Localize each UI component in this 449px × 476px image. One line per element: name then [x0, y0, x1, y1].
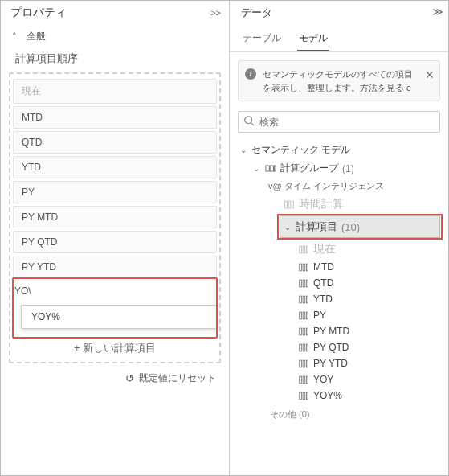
svg-rect-8	[299, 246, 301, 253]
reset-button[interactable]: 既定値にリセット	[139, 371, 216, 385]
column-icon	[283, 199, 295, 210]
reset-icon[interactable]: ↺	[125, 372, 134, 384]
svg-rect-4	[274, 166, 276, 171]
tree-leaf[interactable]: YTD	[238, 291, 445, 307]
item-icon	[297, 262, 309, 273]
chevron-down-icon: ⌄	[284, 223, 292, 232]
chevron-down-icon: ⌄	[252, 164, 260, 173]
tree-leaf[interactable]: YOY	[238, 371, 445, 388]
search-icon	[243, 115, 255, 129]
expand-icon[interactable]: >>	[210, 8, 221, 18]
svg-rect-5	[284, 201, 287, 208]
tree-leaf[interactable]: 現在	[238, 240, 445, 259]
svg-rect-34	[306, 376, 308, 384]
search-box[interactable]	[238, 111, 440, 133]
calc-items-order-box: 現在 MTD QTD YTD PY PY MTD PY QTD PY YTD Y…	[9, 72, 221, 363]
calc-item[interactable]: PY MTD	[13, 206, 217, 228]
calc-item[interactable]: 現在	[13, 79, 217, 104]
collapse-right-icon[interactable]: ≫	[432, 6, 443, 18]
svg-rect-17	[299, 296, 301, 303]
properties-pane: プロパティ >> ˄ 全般 計算項目順序 現在 MTD QTD YTD PY P…	[1, 1, 230, 475]
svg-rect-3	[270, 166, 273, 171]
calc-item[interactable]: PY	[13, 181, 217, 203]
svg-rect-25	[306, 328, 308, 335]
svg-rect-33	[303, 376, 305, 384]
item-icon	[297, 294, 309, 305]
chevron-down-icon: ⌄	[239, 146, 247, 154]
svg-rect-14	[299, 280, 301, 287]
item-icon	[297, 244, 309, 255]
item-icon	[297, 278, 309, 289]
add-calc-item-button[interactable]: + 新しい計算項目	[13, 335, 217, 359]
svg-rect-18	[303, 296, 305, 303]
tree-leaf[interactable]: PY MTD	[238, 323, 445, 339]
svg-rect-10	[306, 246, 308, 253]
svg-rect-20	[299, 312, 301, 319]
svg-rect-36	[303, 392, 305, 400]
svg-rect-6	[288, 201, 291, 208]
tree-root[interactable]: ⌄ セマンティック モデル	[238, 141, 445, 159]
svg-rect-29	[299, 360, 301, 367]
calc-item[interactable]: PY QTD	[13, 231, 217, 253]
svg-rect-21	[303, 312, 305, 319]
svg-rect-23	[299, 328, 301, 335]
svg-rect-16	[306, 280, 308, 287]
svg-rect-11	[299, 264, 301, 271]
svg-point-0	[245, 117, 252, 124]
svg-rect-26	[299, 344, 301, 351]
svg-rect-32	[299, 376, 301, 384]
tree-leaf[interactable]: PY	[238, 307, 445, 323]
notice: i セマンティックモデルのすべての項目を表示し、整理します。方法を見る c ✕	[238, 60, 440, 101]
tabs: テーブル モデル	[230, 25, 448, 52]
tree-v-at[interactable]: v@ タイム インテリジェンス	[238, 178, 445, 195]
svg-rect-2	[265, 166, 268, 171]
data-pane: データ テーブル モデル i セマンティックモデルのすべての項目を表示し、整理し…	[230, 1, 448, 475]
svg-rect-13	[306, 264, 308, 271]
calc-item[interactable]: YTD	[13, 156, 217, 178]
tree-others[interactable]: その他 (0)	[238, 404, 445, 424]
section-general[interactable]: ˄ 全般	[1, 25, 229, 48]
calc-item[interactable]: QTD	[13, 131, 217, 154]
tree-leaf[interactable]: QTD	[238, 275, 445, 291]
group-icon	[264, 163, 276, 174]
tree-calc-items-header[interactable]: ⌄ 計算項目 (10)	[280, 215, 440, 238]
calc-item[interactable]: MTD	[13, 106, 217, 129]
svg-rect-24	[303, 328, 305, 335]
tree-leaf[interactable]: PY YTD	[238, 355, 445, 371]
calc-item[interactable]: PY YTD	[13, 256, 217, 278]
tree-leaf[interactable]: MTD	[238, 259, 445, 275]
svg-rect-12	[303, 264, 305, 271]
svg-rect-7	[292, 201, 293, 208]
model-tree: ⌄ セマンティック モデル ⌄ 計算グループ (1) v@ タイム インテリジェ…	[230, 139, 448, 430]
close-icon[interactable]: ✕	[425, 67, 435, 84]
calc-item-yoy-popup[interactable]: YOY%	[21, 305, 217, 329]
svg-rect-27	[303, 344, 305, 351]
search-input[interactable]	[259, 117, 435, 128]
subsection-title: 計算項目順序	[1, 48, 229, 69]
chevron-up-icon: ˄	[9, 31, 20, 42]
item-icon	[297, 310, 309, 321]
svg-line-1	[251, 123, 255, 126]
tree-time-calc[interactable]: 時間計算	[238, 195, 445, 214]
item-icon	[297, 343, 309, 353]
svg-rect-30	[303, 360, 305, 367]
tab-model[interactable]: モデル	[297, 25, 329, 51]
info-icon: i	[245, 68, 256, 80]
item-icon	[297, 375, 309, 385]
item-icon	[297, 326, 309, 337]
svg-rect-15	[303, 280, 305, 287]
item-icon	[297, 359, 309, 369]
tab-table[interactable]: テーブル	[241, 25, 283, 51]
svg-rect-28	[306, 344, 308, 351]
data-title: データ	[241, 6, 272, 20]
tree-leaf[interactable]: YOY%	[238, 388, 445, 404]
section-label: 全般	[27, 30, 46, 43]
svg-rect-31	[306, 360, 308, 367]
calc-item-yoy-trunc[interactable]: YO\	[13, 281, 217, 302]
svg-rect-22	[306, 312, 308, 319]
tree-group[interactable]: ⌄ 計算グループ (1)	[238, 159, 445, 178]
svg-rect-19	[306, 296, 308, 303]
tree-leaf[interactable]: PY QTD	[238, 339, 445, 355]
item-icon	[297, 391, 309, 401]
svg-rect-37	[306, 392, 308, 400]
